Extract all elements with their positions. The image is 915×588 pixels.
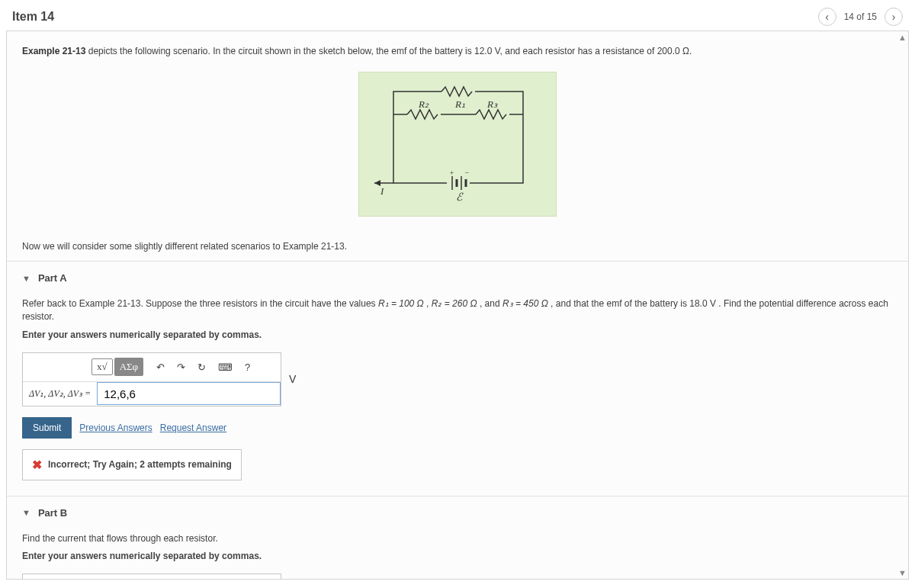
next-item-button[interactable]: › bbox=[884, 8, 903, 26]
answer-box-a: x√ ΑΣφ ↶ ↷ ↻ ⌨ ? ΔV₁, ΔV₂, ΔV₃ = bbox=[22, 352, 281, 406]
help-button[interactable]: ? bbox=[239, 579, 255, 580]
caret-down-icon: ▼ bbox=[22, 508, 30, 517]
redo-button[interactable]: ↷ bbox=[172, 358, 191, 377]
r3-label: R₃ bbox=[486, 98, 498, 110]
problem-intro: Example 21-13 depicts the following scen… bbox=[7, 31, 908, 64]
input-label-a: ΔV₁, ΔV₂, ΔV₃ = bbox=[23, 382, 97, 406]
answer-input-a[interactable] bbox=[97, 382, 281, 405]
part-a-block: ▼ Part A Refer back to Example 21-13. Su… bbox=[7, 261, 908, 496]
undo-button[interactable]: ↶ bbox=[151, 358, 170, 377]
svg-text:−: − bbox=[464, 169, 470, 177]
actions-a: Submit Previous Answers Request Answer bbox=[22, 417, 893, 439]
input-row-a: ΔV₁, ΔV₂, ΔV₃ = bbox=[23, 382, 281, 406]
part-a-label: Part A bbox=[38, 272, 67, 284]
part-b-desc: Find the current that flows through each… bbox=[22, 532, 893, 545]
help-button[interactable]: ? bbox=[239, 358, 255, 377]
item-title: Item 14 bbox=[12, 10, 54, 24]
page-header: Item 14 ‹ 14 of 15 › bbox=[0, 0, 915, 31]
current-label: I bbox=[380, 185, 384, 197]
previous-answers-link[interactable]: Previous Answers bbox=[79, 423, 152, 433]
prev-item-button[interactable]: ‹ bbox=[818, 8, 836, 26]
template-button[interactable]: x√ bbox=[92, 358, 113, 375]
feedback-box-a: ✖ Incorrect; Try Again; 2 attempts remai… bbox=[22, 449, 242, 480]
r1-label: R₁ bbox=[454, 98, 465, 110]
scroll-down-icon[interactable]: ▼ bbox=[898, 568, 907, 577]
incorrect-icon: ✖ bbox=[32, 458, 42, 472]
nav-count: 14 of 15 bbox=[844, 11, 877, 22]
part-a-instr: Enter your answers numerically separated… bbox=[22, 329, 893, 340]
part-a-heading[interactable]: ▼ Part A bbox=[22, 272, 893, 284]
undo-button[interactable]: ↶ bbox=[151, 579, 170, 580]
part-b-label: Part B bbox=[38, 507, 67, 519]
circuit-figure-wrap: R₁ R₂ R₃ + − ℰ I bbox=[7, 64, 908, 232]
part-b-block: ▼ Part B Find the current that flows thr… bbox=[7, 496, 908, 580]
content-pane: ▲ ▼ Example 21-13 depicts the following … bbox=[6, 31, 909, 580]
keyboard-button[interactable]: ⌨ bbox=[213, 579, 238, 580]
redo-button[interactable]: ↷ bbox=[172, 579, 191, 580]
emf-label: ℰ bbox=[456, 191, 464, 203]
item-nav: ‹ 14 of 15 › bbox=[818, 8, 903, 26]
toolbar-a: x√ ΑΣφ ↶ ↷ ↻ ⌨ ? bbox=[23, 353, 281, 382]
scroll-up-icon[interactable]: ▲ bbox=[898, 33, 907, 42]
toolbar-b: x√ ΑΣφ ↶ ↷ ↻ ⌨ ? bbox=[23, 574, 281, 580]
unit-a: V bbox=[281, 373, 300, 385]
request-answer-link[interactable]: Request Answer bbox=[160, 423, 226, 433]
circuit-figure: R₁ R₂ R₃ + − ℰ I bbox=[358, 72, 557, 217]
keyboard-button[interactable]: ⌨ bbox=[213, 358, 238, 377]
part-b-instr: Enter your answers numerically separated… bbox=[22, 551, 893, 561]
sub-intro: Now we will consider some slightly diffe… bbox=[7, 232, 908, 261]
greek-button[interactable]: ΑΣφ bbox=[114, 358, 143, 376]
example-ref: Example 21-13 bbox=[22, 46, 85, 56]
r2-label: R₂ bbox=[418, 98, 429, 110]
submit-button-a[interactable]: Submit bbox=[22, 417, 72, 439]
feedback-text-a: Incorrect; Try Again; 2 attempts remaini… bbox=[48, 459, 232, 470]
part-a-desc: Refer back to Example 21-13. Suppose the… bbox=[22, 297, 893, 323]
caret-down-icon: ▼ bbox=[22, 274, 30, 283]
answer-box-b: x√ ΑΣφ ↶ ↷ ↻ ⌨ ? bbox=[22, 574, 281, 580]
intro-text: Example 21-13 depicts the following scen… bbox=[22, 46, 692, 56]
reset-button[interactable]: ↻ bbox=[192, 579, 211, 580]
svg-marker-13 bbox=[374, 180, 380, 186]
part-b-heading[interactable]: ▼ Part B bbox=[22, 507, 893, 519]
reset-button[interactable]: ↻ bbox=[192, 358, 211, 377]
svg-text:+: + bbox=[449, 169, 454, 177]
